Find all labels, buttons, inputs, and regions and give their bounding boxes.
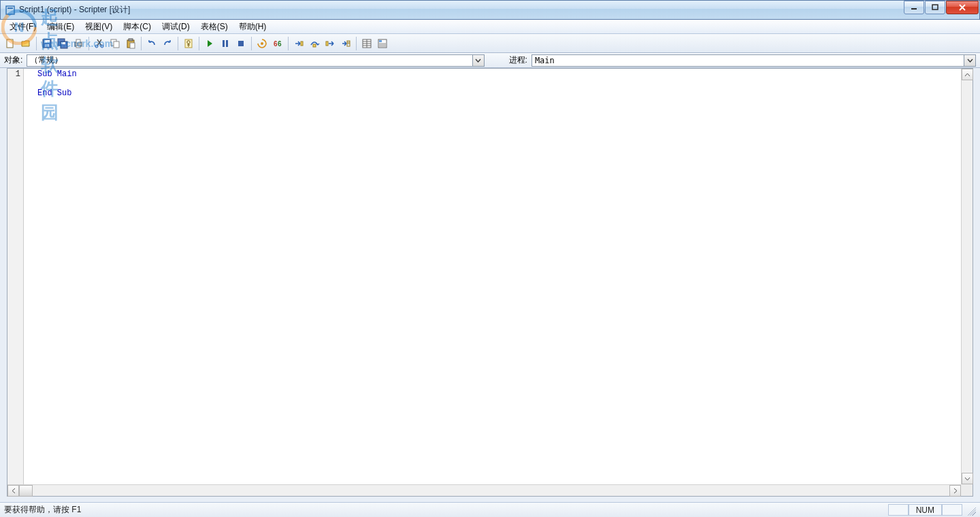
open-file-icon[interactable] (18, 36, 33, 51)
menu-table[interactable]: 表格(S) (195, 20, 233, 34)
svg-rect-28 (238, 41, 244, 46)
titlebar: Script1 (script) - Scripter [设计] (0, 0, 980, 20)
menu-help[interactable]: 帮助(H) (233, 20, 272, 34)
code-area[interactable]: Sub Main End Sub (24, 69, 973, 496)
step-into-icon[interactable] (291, 36, 306, 51)
scroll-up-icon[interactable] (962, 69, 973, 80)
undo-icon[interactable] (144, 36, 159, 51)
code-editor[interactable]: 1 Sub Main End Sub (7, 68, 973, 497)
watch-icon[interactable]: 66 (270, 36, 285, 51)
scroll-right-icon[interactable] (949, 485, 961, 497)
svg-rect-34 (326, 41, 328, 46)
save-icon[interactable] (39, 36, 54, 51)
step-out-icon[interactable] (323, 36, 338, 51)
toolbar-separator (178, 37, 178, 50)
toolbar: 66 (0, 34, 980, 53)
status-cell (888, 504, 909, 516)
save-all-icon[interactable] (55, 36, 70, 51)
properties-icon[interactable] (359, 36, 374, 51)
svg-rect-20 (114, 41, 119, 48)
svg-rect-6 (932, 5, 938, 10)
line-number: 1 (7, 69, 23, 79)
toolbar-separator (36, 37, 37, 50)
cut-icon[interactable] (92, 36, 107, 51)
svg-rect-9 (44, 40, 50, 43)
toolbar-separator (141, 37, 142, 50)
chevron-down-icon[interactable] (472, 55, 484, 66)
scroll-down-icon[interactable] (962, 473, 973, 484)
toolbar-separator (356, 37, 357, 50)
menu-view[interactable]: 视图(V) (80, 20, 118, 34)
svg-rect-26 (223, 40, 225, 47)
resize-grip-icon[interactable] (965, 505, 976, 516)
print-icon[interactable] (71, 36, 86, 51)
app-icon (5, 5, 16, 16)
toolbar-separator (251, 37, 252, 50)
maximize-button[interactable] (925, 1, 945, 14)
svg-rect-33 (313, 44, 316, 47)
paste-icon[interactable] (123, 36, 138, 51)
menu-debug[interactable]: 调试(D) (157, 20, 195, 34)
scroll-thumb[interactable] (19, 485, 33, 497)
run-icon[interactable] (202, 36, 217, 51)
menu-script[interactable]: 脚本(C) (118, 20, 157, 34)
pause-icon[interactable] (218, 36, 233, 51)
svg-rect-13 (61, 42, 65, 44)
object-combobox[interactable]: （常规） (27, 54, 484, 67)
breakpoint-icon[interactable] (255, 36, 270, 51)
selector-bar: 对象: （常规） 进程: Main (0, 53, 980, 68)
svg-rect-44 (379, 40, 382, 42)
svg-rect-15 (76, 39, 80, 43)
svg-point-17 (95, 45, 98, 48)
svg-rect-16 (76, 46, 80, 48)
step-to-cursor-icon[interactable] (338, 36, 353, 51)
close-button[interactable] (946, 1, 979, 14)
stop-icon[interactable] (233, 36, 248, 51)
object-combobox-value: （常规） (30, 54, 63, 66)
code-line: Sub Main (37, 69, 77, 79)
code-line: End Sub (37, 88, 71, 98)
svg-point-29 (261, 42, 263, 45)
svg-rect-3 (6, 6, 14, 14)
minimize-button[interactable] (904, 1, 924, 14)
copy-icon[interactable] (108, 36, 122, 51)
toolbar-separator (288, 37, 289, 50)
svg-rect-32 (301, 41, 303, 46)
menu-edit[interactable]: 编辑(E) (42, 20, 80, 34)
object-browser-icon[interactable] (375, 36, 390, 51)
new-file-icon[interactable] (3, 36, 18, 51)
references-icon[interactable] (181, 36, 196, 51)
status-help-text: 要获得帮助，请按 F1 (4, 504, 81, 516)
menu-file[interactable]: 文件(F) (4, 20, 42, 34)
status-num: NUM (909, 504, 942, 516)
redo-icon[interactable] (160, 36, 175, 51)
statusbar: 要获得帮助，请按 F1 NUM (0, 502, 980, 517)
svg-text:6: 6 (278, 40, 282, 48)
svg-point-18 (101, 45, 103, 48)
horizontal-scrollbar[interactable] (7, 484, 961, 496)
vertical-scrollbar[interactable] (961, 69, 973, 484)
svg-rect-22 (129, 39, 133, 41)
line-gutter: 1 (7, 69, 24, 496)
toolbar-separator (88, 37, 89, 50)
menubar: 文件(F) 编辑(E) 视图(V) 脚本(C) 调试(D) 表格(S) 帮助(H… (0, 20, 980, 34)
window-title: Script1 (script) - Scripter [设计] (19, 4, 130, 16)
process-combobox[interactable]: Main (532, 54, 976, 67)
scroll-left-icon[interactable] (7, 485, 19, 497)
toolbar-separator (199, 37, 199, 50)
object-label: 对象: (4, 54, 22, 66)
svg-rect-27 (226, 40, 228, 47)
svg-rect-10 (45, 44, 49, 47)
chevron-down-icon[interactable] (964, 55, 975, 66)
svg-rect-23 (130, 43, 135, 48)
step-over-icon[interactable] (307, 36, 322, 51)
scroll-corner (961, 484, 973, 496)
process-label: 进程: (509, 54, 527, 66)
process-combobox-value: Main (535, 56, 555, 65)
svg-rect-4 (7, 7, 13, 9)
svg-rect-5 (911, 8, 917, 10)
status-cell (942, 504, 962, 516)
